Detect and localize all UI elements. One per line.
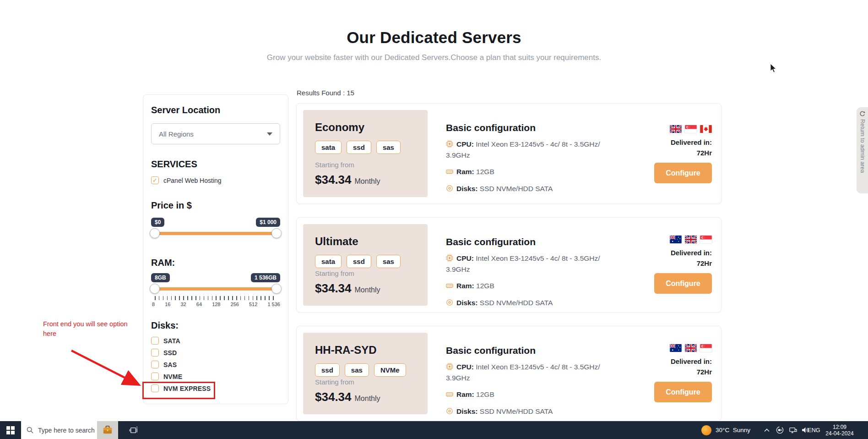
cpanel-checkbox-label: cPanel Web Hosting	[163, 177, 222, 184]
sas-label: SAS	[163, 361, 177, 368]
results-count: Results Found : 15	[297, 89, 354, 97]
weather-temp: 30°C	[716, 427, 729, 434]
starting-from-label: Starting from	[315, 269, 417, 277]
search-placeholder: Type here to search	[38, 427, 95, 434]
cpu-line: CPU: Intel Xeon E3-1245v5 - 4c/ 8t - 3.5…	[446, 139, 608, 161]
meet-now-icon	[776, 426, 784, 434]
page-subtitle: Grow your website faster with our Dedica…	[0, 53, 868, 62]
configure-button[interactable]: Configure	[654, 273, 712, 294]
disks-line: Disks: SSD NVMe/HDD SATA	[446, 184, 608, 195]
tag: sata	[315, 255, 342, 268]
ram-tick: 64	[196, 302, 202, 307]
price-slider-handle-max[interactable]	[271, 228, 282, 238]
plan-period: Monthly	[355, 177, 380, 186]
disk-option-sata[interactable]: SATA	[151, 337, 280, 345]
tag: sas	[376, 141, 401, 154]
return-to-admin-tab[interactable]: Return to admin area	[857, 107, 868, 193]
tag: sas	[345, 363, 369, 377]
annotation-text: Front end you will see option here	[43, 319, 137, 339]
price-slider-handle-min[interactable]	[150, 228, 160, 238]
ssd-label: SSD	[163, 349, 177, 357]
delivered-label: Delivered in:	[671, 138, 712, 146]
cpanel-checkbox[interactable]	[151, 176, 159, 184]
network-icon	[789, 427, 797, 434]
ram-value: 12GB	[476, 168, 494, 176]
ram-stick-icon	[446, 390, 453, 401]
windows-logo-icon	[6, 426, 15, 434]
start-button[interactable]	[0, 421, 21, 439]
ram-tick: 512	[249, 302, 257, 307]
flag-uk-icon	[670, 125, 682, 133]
ram-stick-icon	[446, 168, 453, 178]
plan-card-economy: Economy sata ssd sas Starting from $34.3…	[296, 103, 722, 204]
ram-line: Ram: 12GB	[446, 390, 608, 401]
sata-checkbox[interactable]	[151, 337, 159, 345]
config-heading: Basic configuration	[446, 122, 608, 133]
briefcase-icon	[103, 426, 113, 435]
flag-singapore-icon	[700, 344, 712, 352]
delivered-time: 72Hr	[697, 259, 712, 267]
flag-australia-icon	[670, 236, 682, 243]
tag: NVMe	[374, 363, 406, 377]
configure-button[interactable]: Configure	[654, 382, 712, 402]
taskbar-clock[interactable]: 12:0924-04-2024	[822, 421, 857, 439]
ram-label: Ram:	[456, 282, 474, 290]
disk-option-nvme[interactable]: NVME	[151, 373, 280, 380]
cpanel-checkbox-row[interactable]: cPanel Web Hosting	[151, 176, 280, 184]
disk-option-sas[interactable]: SAS	[151, 361, 280, 368]
ram-tick: 128	[212, 302, 220, 307]
chevron-down-icon	[267, 132, 272, 136]
ram-slider-track[interactable]	[151, 287, 280, 291]
weather-condition: Sunny	[733, 427, 750, 434]
disk-option-ssd[interactable]: SSD	[151, 349, 280, 357]
sas-checkbox[interactable]	[151, 361, 159, 368]
services-heading: SERVICES	[151, 159, 280, 170]
delivered-time: 72Hr	[697, 149, 712, 157]
disks-label: Disks:	[456, 185, 478, 192]
delivered-label: Delivered in:	[671, 249, 712, 257]
chevron-up-icon	[764, 428, 770, 432]
disk-icon	[446, 299, 453, 309]
starting-from-label: Starting from	[315, 161, 417, 169]
clock-date: 24-04-2024	[825, 430, 853, 437]
plan-panel: HH-RA-SYD ssd sas NVMe Starting from $34…	[303, 333, 428, 414]
nvme-checkbox[interactable]	[151, 373, 159, 380]
disks-heading: Disks:	[151, 320, 280, 331]
nvme-label: NVME	[163, 373, 182, 380]
region-select[interactable]: All Regions	[151, 123, 280, 144]
taskbar-weather[interactable]: 30°C Sunny	[701, 421, 750, 439]
tag-row: ssd sas NVMe	[315, 363, 417, 377]
tag: ssd	[347, 255, 371, 268]
tray-meet-now[interactable]	[774, 421, 786, 439]
page-title: Our Dedicated Servers	[0, 28, 868, 47]
ssd-checkbox[interactable]	[151, 349, 159, 357]
ram-stick-icon	[446, 282, 453, 292]
cpu-label: CPU:	[456, 140, 474, 148]
tag: ssd	[347, 141, 371, 154]
disks-value: SSD NVMe/HDD SATA	[480, 185, 553, 192]
disk-icon	[446, 407, 453, 417]
mouse-cursor-icon	[770, 63, 777, 73]
tray-network[interactable]	[787, 421, 799, 439]
plan-period: Monthly	[355, 286, 380, 294]
language-indicator[interactable]: ENG	[805, 421, 823, 439]
task-view-button[interactable]	[125, 421, 143, 439]
tag-row: sata ssd sas	[315, 141, 417, 154]
screen: Our Dedicated Servers Grow your website …	[0, 0, 868, 439]
search-highlight-button[interactable]	[97, 421, 118, 439]
tag: sata	[315, 141, 342, 154]
ram-slider-handle-min[interactable]	[150, 284, 160, 294]
disks-label: Disks:	[456, 299, 478, 307]
sata-label: SATA	[163, 337, 180, 345]
flag-row	[670, 344, 712, 352]
tray-expand-button[interactable]	[761, 421, 772, 439]
price-slider-track[interactable]	[151, 232, 280, 235]
ram-min-badge: 8GB	[151, 273, 170, 282]
cpu-line: CPU: Intel Xeon E3-1245v5 - 4c/ 8t - 3.5…	[446, 253, 608, 275]
tag: sas	[376, 255, 401, 268]
plan-price: $34.34	[315, 390, 352, 404]
ram-slider-handle-max[interactable]	[271, 284, 282, 294]
ram-tick-labels: 8 16 32 64 128 256 512 1 536	[152, 302, 280, 307]
configure-button[interactable]: Configure	[654, 163, 712, 183]
ram-line: Ram: 12GB	[446, 167, 608, 178]
